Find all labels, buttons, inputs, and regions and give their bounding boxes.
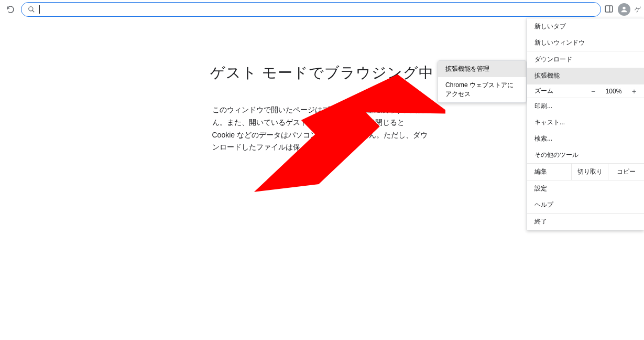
svg-line-1: [32, 10, 35, 13]
body-line: このウィンドウで開いたページはブラウザの履歴に残らず、閲覧し: [212, 104, 432, 116]
zoom-in-button[interactable]: +: [628, 87, 640, 95]
menu-new-window[interactable]: 新しいウィンドウ: [527, 35, 644, 51]
menu-settings[interactable]: 設定: [527, 180, 644, 197]
edit-cut[interactable]: 切り取り: [572, 164, 608, 180]
body-line: ん。また、開いているゲスト ウィンドウをすべて閉じると: [212, 116, 432, 129]
page-description: このウィンドウで開いたページはブラウザの履歴に残らず、閲覧し ん。また、開いてい…: [212, 104, 432, 154]
text-cursor: [39, 5, 40, 14]
edit-label: 編集: [527, 164, 572, 180]
extensions-submenu: 拡張機能を管理 Chrome ウェブストアにアクセス: [438, 60, 527, 103]
profile-avatar[interactable]: [618, 3, 630, 16]
menu-exit[interactable]: 終了: [527, 214, 644, 230]
menu-more-tools[interactable]: その他のツール: [527, 147, 644, 163]
body-line: Cookie などのデータはパソコンに保存されません。ただし、ダウ: [212, 129, 432, 142]
address-bar[interactable]: [21, 2, 601, 17]
zoom-out-button[interactable]: −: [587, 87, 599, 95]
body-line: ンロードしたファイルは保: [212, 141, 432, 154]
reload-icon: [6, 5, 15, 14]
person-icon: [620, 5, 628, 14]
reload-button[interactable]: [3, 2, 18, 17]
chrome-menu: 新しいタブ 新しいウィンドウ ダウンロード 拡張機能 ズーム − 100% + …: [527, 18, 644, 230]
side-panel-icon[interactable]: [604, 4, 614, 15]
edit-copy[interactable]: コピー: [608, 164, 644, 180]
svg-point-0: [29, 7, 33, 11]
menu-zoom-row: ズーム − 100% +: [527, 84, 644, 98]
menu-cast[interactable]: キャスト...: [527, 114, 644, 131]
submenu-manage-extensions[interactable]: 拡張機能を管理: [438, 61, 526, 77]
page-title: ゲスト モードでブラウジング中: [210, 63, 434, 83]
toolbar-right: ゲ: [604, 3, 641, 16]
zoom-value: 100%: [602, 88, 625, 95]
svg-point-4: [623, 7, 625, 9]
submenu-chrome-web-store[interactable]: Chrome ウェブストアにアクセス: [438, 77, 526, 102]
menu-print[interactable]: 印刷...: [527, 98, 644, 114]
zoom-label: ズーム: [534, 87, 584, 95]
browser-toolbar: ゲ: [0, 0, 644, 19]
menu-new-tab[interactable]: 新しいタブ: [527, 18, 644, 35]
guest-label: ゲ: [635, 5, 641, 14]
menu-edit-row: 編集 切り取り コピー: [527, 163, 644, 180]
svg-rect-2: [605, 6, 613, 12]
search-icon: [28, 6, 35, 13]
menu-downloads[interactable]: ダウンロード: [527, 51, 644, 68]
menu-help[interactable]: ヘルプ: [527, 197, 644, 213]
menu-find[interactable]: 検索...: [527, 131, 644, 147]
menu-extensions[interactable]: 拡張機能: [527, 68, 644, 84]
